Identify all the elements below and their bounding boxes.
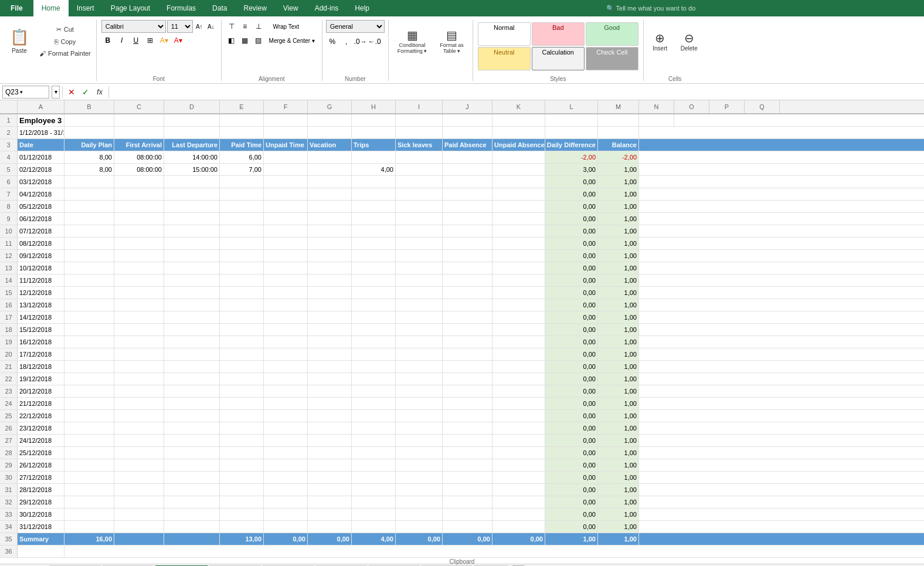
cell-k-29[interactable]: [492, 459, 545, 471]
cell-e-8[interactable]: [220, 201, 264, 212]
cell-k-16[interactable]: [492, 299, 545, 311]
header-unpaid-time[interactable]: Unpaid Time: [264, 139, 308, 151]
cell-k-10[interactable]: [492, 225, 545, 237]
cell-j-6[interactable]: [443, 176, 492, 188]
cell-j-30[interactable]: [443, 472, 492, 483]
cell-k-18[interactable]: [492, 324, 545, 335]
cell-d-27[interactable]: [164, 435, 220, 446]
cell-c-22[interactable]: [114, 373, 164, 385]
cell-h-9[interactable]: [352, 213, 396, 225]
cell-k-26[interactable]: [492, 422, 545, 434]
cell-f-17[interactable]: [264, 311, 308, 323]
cell-B2[interactable]: [64, 127, 114, 138]
style-calculation-btn[interactable]: Calculation: [532, 47, 585, 70]
cell-summary-label[interactable]: Summary: [18, 533, 64, 545]
cell-b-9[interactable]: [64, 213, 114, 225]
cell-e-14[interactable]: [220, 274, 264, 286]
cell-b-29[interactable]: [64, 459, 114, 471]
cell-f-26[interactable]: [264, 422, 308, 434]
cell-k-7[interactable]: [492, 188, 545, 200]
number-format-select[interactable]: General: [326, 20, 385, 33]
cell-i-8[interactable]: [396, 201, 443, 212]
cell-L1[interactable]: [545, 114, 598, 126]
cell-i-30[interactable]: [396, 472, 443, 483]
cell-l-23[interactable]: 0,00: [545, 385, 598, 397]
cell-h-34[interactable]: [352, 521, 396, 533]
cell-l-32[interactable]: 0,00: [545, 496, 598, 508]
col-header-G[interactable]: G: [308, 100, 352, 113]
cell-c-27[interactable]: [114, 435, 164, 446]
font-size-select[interactable]: 11: [167, 20, 193, 33]
percent-btn[interactable]: %: [326, 35, 339, 48]
cell-b-30[interactable]: [64, 472, 114, 483]
cell-e-25[interactable]: [220, 410, 264, 422]
cell-d-33[interactable]: [164, 509, 220, 520]
cell-d-12[interactable]: [164, 250, 220, 262]
style-check-cell-btn[interactable]: Check Cell: [586, 47, 638, 70]
cell-m-12[interactable]: 1,00: [598, 250, 639, 262]
cell-j-18[interactable]: [443, 324, 492, 335]
cell-f-23[interactable]: [264, 385, 308, 397]
cell-e-6[interactable]: [220, 176, 264, 188]
cell-g-12[interactable]: [308, 250, 352, 262]
cell-g-28[interactable]: [308, 447, 352, 459]
cell-h-12[interactable]: [352, 250, 396, 262]
cell-l-18[interactable]: 0,00: [545, 324, 598, 335]
cancel-formula-btn[interactable]: ✕: [65, 86, 78, 99]
cell-h-15[interactable]: [352, 287, 396, 299]
cell-d-22[interactable]: [164, 373, 220, 385]
cell-b-14[interactable]: [64, 274, 114, 286]
menu-tab-data[interactable]: Data: [204, 0, 235, 16]
style-neutral-btn[interactable]: Neutral: [478, 47, 531, 70]
cell-K1[interactable]: [492, 114, 545, 126]
cell-summary-balance[interactable]: 1,00: [598, 533, 639, 545]
cell-c-29[interactable]: [114, 459, 164, 471]
format-as-table-btn[interactable]: ▤ Format asTable ▾: [434, 20, 469, 62]
cell-e-16[interactable]: [220, 299, 264, 311]
header-trips[interactable]: Trips: [352, 139, 396, 151]
cell-e-9[interactable]: [220, 213, 264, 225]
cell-date-23[interactable]: 20/12/2018: [18, 385, 64, 397]
cell-h-13[interactable]: [352, 262, 396, 274]
cell-trips-4[interactable]: [352, 151, 396, 163]
cell-date-24[interactable]: 21/12/2018: [18, 398, 64, 409]
cell-j-25[interactable]: [443, 410, 492, 422]
cell-date-17[interactable]: 14/12/2018: [18, 311, 64, 323]
cell-A1[interactable]: Employee 3: [18, 114, 64, 126]
cell-h-19[interactable]: [352, 336, 396, 348]
cell-A36[interactable]: [18, 545, 64, 557]
style-bad-btn[interactable]: Bad: [532, 22, 585, 46]
cell-e-15[interactable]: [220, 287, 264, 299]
cell-i-16[interactable]: [396, 299, 443, 311]
col-header-M[interactable]: M: [598, 100, 639, 113]
menu-tab-view[interactable]: View: [275, 0, 307, 16]
cell-m-10[interactable]: 1,00: [598, 225, 639, 237]
cell-i-21[interactable]: [396, 361, 443, 372]
cell-f-11[interactable]: [264, 238, 308, 249]
cell-m-16[interactable]: 1,00: [598, 299, 639, 311]
cell-e-29[interactable]: [220, 459, 264, 471]
cell-d-31[interactable]: [164, 484, 220, 496]
cell-paid-4[interactable]: 6,00: [220, 151, 264, 163]
cell-b-34[interactable]: [64, 521, 114, 533]
cell-k-28[interactable]: [492, 447, 545, 459]
cell-f-9[interactable]: [264, 213, 308, 225]
cell-M1[interactable]: [598, 114, 639, 126]
data-rows-container[interactable]: 1 Employee 3 2 1/12/2018 - 31/12/2018: [0, 114, 924, 564]
cell-h-24[interactable]: [352, 398, 396, 409]
cell-k-12[interactable]: [492, 250, 545, 262]
cell-g-32[interactable]: [308, 496, 352, 508]
cell-h-10[interactable]: [352, 225, 396, 237]
cell-l-6[interactable]: 0,00: [545, 176, 598, 188]
cell-b-17[interactable]: [64, 311, 114, 323]
cell-f-25[interactable]: [264, 410, 308, 422]
cell-m-27[interactable]: 1,00: [598, 435, 639, 446]
cell-j-27[interactable]: [443, 435, 492, 446]
cell-l-26[interactable]: 0,00: [545, 422, 598, 434]
cell-sick-4[interactable]: [396, 151, 443, 163]
header-sick-leaves[interactable]: Sick leaves: [396, 139, 443, 151]
cell-h-28[interactable]: [352, 447, 396, 459]
cell-date-32[interactable]: 29/12/2018: [18, 496, 64, 508]
cell-d-18[interactable]: [164, 324, 220, 335]
menu-tab-home[interactable]: Home: [33, 0, 69, 16]
